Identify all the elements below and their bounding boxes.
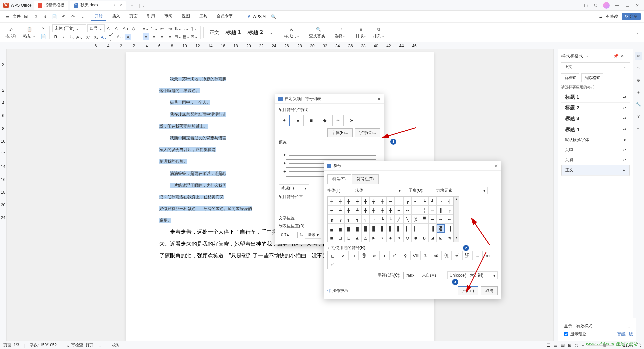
tab-page[interactable]: 页面 — [126, 12, 141, 21]
smart-layout-link[interactable]: 智能排版 — [617, 331, 633, 337]
symbol-cell[interactable]: ╍ — [403, 206, 412, 215]
minimize-icon[interactable]: — — [614, 3, 620, 8]
symbol-cell[interactable]: ▌ — [395, 224, 403, 233]
increase-indent-icon[interactable]: ⇥ — [167, 25, 173, 32]
tips-link[interactable]: ⓘ 操作技巧 — [327, 288, 348, 294]
insert-button[interactable]: 插入(I) — [458, 286, 478, 295]
symbol-cell[interactable]: ▉ — [370, 224, 378, 233]
symbol-cell[interactable]: ╁ — [370, 197, 378, 206]
file-menu[interactable]: 文件 — [13, 14, 21, 19]
symbol-cell[interactable]: ╖ — [353, 215, 361, 224]
symbol-cell[interactable]: ▕ — [445, 224, 453, 233]
preview-icon[interactable]: 📄 — [50, 13, 58, 21]
dropdown-icon[interactable]: ⌄ — [78, 13, 87, 21]
tab-symbol-bar[interactable]: 符号栏(T) — [352, 174, 379, 184]
tab-review[interactable]: 审阅 — [161, 12, 176, 21]
font-button[interactable]: 字体(F)... — [327, 128, 353, 137]
symbol-cell[interactable]: ■ — [328, 233, 336, 242]
general-select[interactable]: 常规(L)▾ — [279, 184, 309, 192]
find-replace-button[interactable]: 🔍查找替换⌄ — [307, 26, 330, 39]
symbol-cell[interactable]: ━ — [428, 215, 437, 224]
symbol-cell[interactable]: ▎ — [412, 224, 420, 233]
font-select[interactable]: 宋体▾ — [353, 187, 403, 194]
symbol-cell[interactable]: ╾ — [445, 215, 453, 224]
symbol-cell[interactable]: ╉ — [370, 206, 378, 215]
symbol-cell[interactable]: ╙ — [378, 215, 386, 224]
style-item-body[interactable]: 正文↵ — [561, 165, 630, 176]
new-tab-button[interactable]: + — [127, 2, 137, 8]
symbol-cell[interactable]: ─ — [386, 197, 395, 206]
tab-home[interactable]: 开始 — [91, 12, 106, 21]
clear-format-button[interactable]: 清除格式 — [581, 73, 603, 82]
font-select[interactable]: 宋体 (正文)⌄ — [52, 24, 86, 32]
symbol-cell[interactable]: ╲ — [403, 215, 412, 224]
symbol-cell[interactable]: ╱ — [395, 215, 403, 224]
symbol-cell[interactable]: ┌ — [403, 197, 412, 206]
export-icon[interactable]: ⎙ — [32, 13, 40, 21]
underline-icon[interactable]: U⌄ — [68, 34, 75, 40]
recent-symbol-cell[interactable]: □ — [328, 251, 338, 260]
italic-icon[interactable]: I — [60, 34, 67, 40]
symbol-cell[interactable]: ╒ — [445, 206, 453, 215]
line-spacing-icon[interactable]: ⇅⌄ — [175, 25, 181, 32]
symbol-cell[interactable]: ╊ — [378, 206, 386, 215]
minimize-panel-icon[interactable]: — — [626, 54, 630, 58]
symbol-cell[interactable]: ╘ — [370, 215, 378, 224]
recent-symbol-cell[interactable]: ♂ — [390, 251, 400, 260]
align-center-icon[interactable]: ≡ — [151, 33, 157, 40]
bullet-list-icon[interactable]: ≡⌄ — [143, 25, 149, 32]
style-item-footer[interactable]: 页脚↵ — [561, 145, 630, 155]
recent-symbol-cell[interactable]: ♀ — [400, 251, 411, 260]
select-tool-icon[interactable]: ✏ — [635, 52, 642, 60]
symbol-cell[interactable]: ╋ — [386, 206, 395, 215]
shading-icon[interactable]: ▦⌄ — [183, 33, 190, 40]
style-item-default-font[interactable]: 默认段落字体a — [561, 135, 630, 145]
close-icon[interactable]: × — [120, 3, 122, 8]
sort-icon[interactable]: ↕⌄ — [183, 25, 190, 32]
tab-insert[interactable]: 插入 — [109, 12, 123, 21]
phonetic-icon[interactable]: A — [125, 34, 131, 40]
symbol-cell[interactable]: ╳ — [412, 215, 420, 224]
superscript-icon[interactable]: X² — [85, 34, 91, 40]
paste-button[interactable]: 📋粘贴 ⌄ — [21, 26, 37, 39]
new-style-button[interactable]: 新样式 — [561, 73, 579, 82]
horizontal-ruler[interactable]: 6422468101214161820222426283032343638404… — [0, 42, 644, 49]
symbol-cell[interactable]: ╔ — [336, 215, 344, 224]
layers-icon[interactable]: ◈ — [635, 89, 642, 96]
symbol-cell[interactable]: ╏ — [420, 206, 428, 215]
current-style-select[interactable]: 正文⌄ — [561, 62, 630, 71]
close-panel-icon[interactable]: ✕ — [621, 54, 624, 58]
web-layout-icon[interactable]: ⊞ — [568, 343, 571, 348]
char-code-input[interactable] — [403, 272, 420, 279]
close-dialog-icon[interactable]: ✕ — [494, 163, 498, 169]
undo-icon[interactable]: ↶ — [60, 13, 68, 21]
symbol-cell[interactable]: ╀ — [361, 197, 370, 206]
tab-member[interactable]: 会员专享 — [213, 12, 236, 21]
clear-format-icon[interactable]: ◇ — [130, 25, 137, 32]
menu-icon[interactable]: ☰ — [3, 13, 11, 21]
size-select[interactable]: 四号⌄ — [87, 24, 105, 32]
tab-symbols[interactable]: 符号(S) — [327, 174, 351, 184]
save-icon[interactable]: 🖫 — [22, 13, 30, 21]
style-gallery[interactable]: 正文 标题 1 标题 2 ⌄ — [203, 27, 279, 38]
align-left-icon[interactable]: ≡ — [143, 33, 149, 40]
symbol-cell[interactable]: ▏ — [420, 224, 428, 233]
recent-symbol-cell[interactable]: 㐳 — [441, 251, 452, 260]
style-item-h2[interactable]: 标题 2↵ — [561, 103, 630, 113]
cube-icon[interactable]: ⬡ — [593, 3, 598, 8]
recent-symbol-cell[interactable]: ㉙ — [359, 251, 369, 260]
symbol-cell[interactable]: ╚ — [386, 215, 395, 224]
subscript-icon[interactable]: X₂ — [93, 34, 99, 40]
vertical-scrollbar[interactable] — [553, 49, 558, 341]
symbol-cell[interactable]: ▐ — [428, 224, 437, 233]
page-layout-icon[interactable]: ▤ — [554, 343, 557, 348]
bullet-option[interactable]: ✦ — [279, 115, 290, 126]
symbol-cell[interactable]: ▊ — [378, 224, 386, 233]
bullet-option[interactable]: ◆ — [319, 115, 330, 126]
symbol-cell[interactable]: ║ — [437, 206, 445, 215]
symbol-cell[interactable]: ╓ — [328, 215, 336, 224]
pin-icon[interactable]: 📌 — [613, 54, 619, 58]
style-item-h1[interactable]: 标题 1↵ — [561, 92, 630, 103]
spell-status[interactable]: 拼写检查: 打开 — [67, 342, 94, 348]
vertical-ruler[interactable]: 2246810121416182024 — [0, 49, 7, 341]
